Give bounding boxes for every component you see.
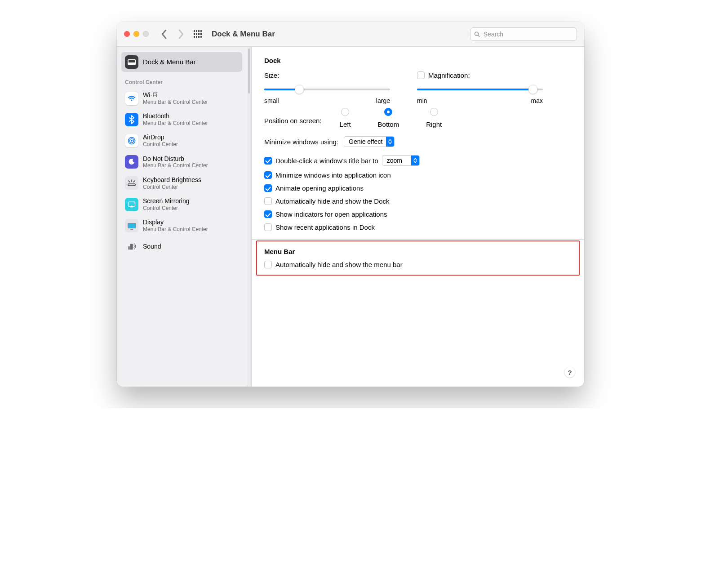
menubar-section-heading: Menu Bar	[264, 248, 572, 255]
svg-point-2	[131, 99, 133, 101]
sidebar-scrollbar[interactable]	[247, 47, 251, 387]
option-show-indicators[interactable]: Show indicators for open applications	[264, 210, 572, 218]
sidebar-item-label: Keyboard Brightness	[143, 176, 201, 184]
option-show-recent[interactable]: Show recent applications in Dock	[264, 223, 572, 231]
magnification-slider-thumb[interactable]	[528, 85, 537, 94]
main-content: Dock Size: small large	[252, 47, 584, 387]
radio-right[interactable]	[430, 108, 438, 116]
search-field[interactable]	[470, 27, 577, 41]
position-option-label: Right	[426, 120, 442, 128]
keyboard-brightness-icon	[125, 176, 138, 190]
minimize-using-label: Minimize windows using:	[264, 138, 338, 146]
wifi-icon	[125, 92, 138, 105]
svg-line-8	[133, 181, 135, 182]
minimize-using-value: Genie effect	[349, 138, 386, 145]
sidebar-item-sublabel: Control Center	[143, 205, 189, 211]
position-option-right[interactable]: Right	[426, 108, 442, 128]
bluetooth-icon	[125, 113, 138, 126]
sidebar-item-label: Screen Mirroring	[143, 197, 189, 205]
sidebar-item-label: Display	[143, 218, 208, 226]
sound-icon	[125, 240, 138, 253]
checkbox[interactable]	[264, 261, 272, 268]
sidebar-item-bluetooth[interactable]: BluetoothMenu Bar & Control Center	[121, 109, 242, 129]
minimize-window-button[interactable]	[133, 31, 139, 37]
sidebar-item-wifi[interactable]: Wi-FiMenu Bar & Control Center	[121, 88, 242, 108]
radio-left[interactable]	[341, 108, 349, 116]
svg-rect-12	[130, 244, 133, 250]
sidebar-item-do-not-disturb[interactable]: Do Not DisturbMenu Bar & Control Center	[121, 152, 242, 172]
checkbox[interactable]	[264, 184, 272, 192]
checkbox[interactable]	[264, 210, 272, 218]
sidebar-item-screen-mirroring[interactable]: Screen MirroringControl Center	[121, 194, 242, 214]
help-button[interactable]: ?	[564, 367, 575, 378]
sidebar-item-dock-menu-bar[interactable]: Dock & Menu Bar	[121, 52, 242, 72]
size-slider-thumb[interactable]	[295, 85, 304, 94]
sidebar-item-sound[interactable]: Sound	[121, 236, 242, 256]
highlighted-menubar-section: Menu Bar Automatically hide and show the…	[256, 241, 580, 276]
magnification-slider[interactable]	[417, 85, 543, 94]
system-preferences-window: Dock & Menu Bar Dock & Menu Bar Control …	[117, 22, 584, 387]
option-label: Show recent applications in Dock	[275, 223, 375, 231]
magnification-slider-block: Magnification: min max	[417, 71, 543, 104]
checkbox[interactable]	[264, 223, 272, 231]
sidebar-item-sublabel: Control Center	[143, 184, 201, 190]
select-arrows-icon	[411, 156, 419, 165]
minimize-using-select[interactable]: Genie effect	[344, 136, 395, 147]
sidebar-item-display[interactable]: DisplayMenu Bar & Control Center	[121, 215, 242, 236]
position-option-left[interactable]: Left	[340, 108, 351, 128]
close-window-button[interactable]	[124, 31, 130, 37]
sidebar-item-airdrop[interactable]: AirDropControl Center	[121, 130, 242, 151]
doubleclick-select[interactable]: zoom	[382, 155, 420, 166]
toolbar: Dock & Menu Bar	[117, 22, 584, 47]
airdrop-icon	[125, 134, 138, 147]
checkbox[interactable]	[264, 171, 272, 179]
sidebar-item-sublabel: Control Center	[143, 141, 178, 147]
moon-icon	[125, 155, 138, 169]
svg-line-7	[129, 181, 130, 182]
zoom-window-button[interactable]	[143, 31, 149, 37]
window-title: Dock & Menu Bar	[212, 30, 275, 39]
magnification-checkbox[interactable]	[417, 71, 425, 79]
doubleclick-checkbox[interactable]	[264, 157, 272, 165]
svg-rect-9	[128, 184, 135, 186]
search-icon	[474, 31, 480, 37]
magnification-min-label: min	[417, 97, 427, 104]
dock-section-heading: Dock	[264, 57, 572, 64]
sidebar-item-label: Wi-Fi	[143, 91, 208, 99]
sidebar-item-keyboard-brightness[interactable]: Keyboard BrightnessControl Center	[121, 173, 242, 193]
sidebar-item-label: Dock & Menu Bar	[143, 58, 196, 66]
sidebar[interactable]: Dock & Menu Bar Control Center Wi-FiMenu…	[117, 47, 247, 387]
doubleclick-label: Double-click a window's title bar to	[275, 157, 378, 165]
size-slider[interactable]	[264, 85, 390, 94]
option-label: Minimize windows into application icon	[275, 171, 391, 179]
scrollbar-thumb[interactable]	[248, 49, 250, 94]
back-button[interactable]	[159, 29, 169, 40]
checkbox[interactable]	[264, 197, 272, 205]
option-label: Automatically hide and show the menu bar	[275, 261, 403, 268]
sidebar-item-sublabel: Menu Bar & Control Center	[143, 120, 208, 126]
option-autohide-menubar[interactable]: Automatically hide and show the menu bar	[264, 261, 572, 268]
sidebar-item-label: AirDrop	[143, 134, 178, 141]
search-input[interactable]	[483, 30, 573, 38]
radio-bottom[interactable]	[384, 108, 392, 116]
svg-point-5	[131, 140, 133, 142]
option-min-into-app-icon[interactable]: Minimize windows into application icon	[264, 171, 572, 179]
show-all-icon[interactable]	[193, 29, 203, 39]
position-option-bottom[interactable]: Bottom	[378, 108, 399, 128]
sidebar-item-sublabel: Menu Bar & Control Center	[143, 99, 208, 105]
sidebar-item-label: Sound	[143, 243, 161, 250]
option-animate-opening[interactable]: Animate opening applications	[264, 184, 572, 192]
sidebar-item-sublabel: Menu Bar & Control Center	[143, 226, 208, 232]
option-autohide-dock[interactable]: Automatically hide and show the Dock	[264, 197, 572, 205]
position-label: Position on screen:	[264, 108, 322, 125]
size-slider-block: Size: small large	[264, 71, 390, 104]
sidebar-section-header: Control Center	[121, 73, 242, 88]
size-label: Size:	[264, 71, 390, 79]
sidebar-item-sublabel: Menu Bar & Control Center	[143, 162, 208, 169]
window-controls	[124, 31, 149, 37]
size-min-label: small	[264, 97, 279, 104]
forward-button[interactable]	[176, 29, 186, 40]
select-arrows-icon	[386, 137, 394, 147]
sidebar-item-label: Bluetooth	[143, 112, 208, 120]
position-option-label: Left	[340, 120, 351, 128]
